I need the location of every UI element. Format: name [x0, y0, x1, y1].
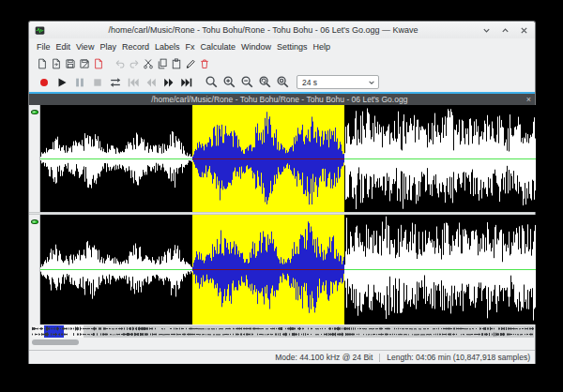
record-icon	[38, 76, 51, 89]
new-file-icon	[37, 58, 48, 69]
pause-icon	[73, 76, 86, 89]
zoom-100-button[interactable]	[274, 74, 291, 90]
status-length: Length: 04:06 min (10,847,918 samples)	[387, 353, 530, 362]
status-divider	[379, 354, 380, 362]
chevron-up-icon	[501, 26, 510, 35]
menu-record[interactable]: Record	[122, 42, 149, 52]
zoom-100-icon	[276, 75, 290, 89]
close-file-icon	[93, 58, 104, 69]
paste-clipboard-icon	[171, 58, 182, 69]
zoom-duration-value: 24 s	[302, 78, 368, 87]
cut-scissors-icon	[143, 58, 154, 69]
file-close-button[interactable]	[92, 56, 104, 70]
menu-edit[interactable]: Edit	[56, 42, 71, 52]
redo-icon	[129, 58, 140, 69]
zoom-duration-select[interactable]: 24 s	[297, 75, 379, 89]
playback-toolbar: 24 s	[29, 72, 535, 92]
rewind-button[interactable]	[143, 74, 160, 90]
paste-button[interactable]	[170, 56, 182, 70]
save-as-icon	[79, 58, 90, 69]
subwindow-title: /home/carl/Music/Rone - Tohu Bohu/Rone -…	[33, 95, 526, 104]
loop-button[interactable]	[107, 74, 124, 90]
waveform-channel-2[interactable]	[40, 215, 536, 324]
chevron-down-icon	[482, 26, 491, 35]
scrollbar-thumb[interactable]	[32, 339, 79, 345]
trash-icon	[199, 58, 210, 69]
minimize-button[interactable]	[481, 25, 492, 36]
seek-start-button[interactable]	[125, 74, 142, 90]
channel-2-controls	[29, 215, 40, 324]
zoom-all-button[interactable]	[256, 74, 273, 90]
delete-button[interactable]	[198, 56, 210, 70]
file-toolbar	[29, 54, 535, 72]
stop-button[interactable]	[89, 74, 106, 90]
window-controls	[481, 25, 529, 36]
rewind-icon	[145, 76, 158, 89]
channel-2-row	[29, 215, 535, 324]
overview-strip[interactable]	[32, 325, 534, 338]
seek-end-button[interactable]	[178, 74, 195, 90]
status-mode: Mode: 44.100 kHz @ 24 Bit	[275, 353, 373, 362]
kwave-window: /home/carl/Music/Rone - Tohu Bohu/Rone -…	[28, 21, 536, 364]
record-button[interactable]	[36, 74, 53, 90]
subwindow-titlebar[interactable]: /home/carl/Music/Rone - Tohu Bohu/Rone -…	[29, 94, 535, 105]
play-button[interactable]	[53, 74, 70, 90]
zoom-fit-icon	[258, 75, 272, 89]
stop-icon	[91, 76, 104, 89]
file-save-button[interactable]	[64, 56, 76, 70]
menu-settings[interactable]: Settings	[277, 42, 308, 52]
file-new-button[interactable]	[36, 56, 48, 70]
skip-forward-icon	[180, 76, 193, 89]
pause-button[interactable]	[71, 74, 88, 90]
play-icon	[55, 76, 68, 89]
copy-button[interactable]	[156, 56, 168, 70]
zoom-out-icon	[240, 75, 254, 89]
undo-button[interactable]	[114, 56, 126, 70]
menu-play[interactable]: Play	[99, 42, 116, 52]
zoom-in-button[interactable]	[221, 74, 237, 90]
overview-row	[29, 324, 535, 339]
horizontal-scrollbar[interactable]	[32, 339, 532, 345]
copy-icon	[157, 58, 168, 69]
zoom-selection-button[interactable]	[203, 74, 220, 90]
fast-forward-icon	[162, 76, 175, 89]
menu-fx[interactable]: Fx	[185, 42, 194, 52]
maximize-button[interactable]	[500, 25, 510, 36]
insert-pen-button[interactable]	[184, 56, 196, 70]
zoom-in-icon	[222, 75, 236, 89]
close-button[interactable]	[519, 25, 529, 36]
channel-2-enabled-led[interactable]	[31, 219, 38, 224]
zoom-out-button[interactable]	[238, 74, 255, 90]
channel-1-controls	[29, 105, 40, 212]
loop-icon	[109, 76, 122, 89]
channel-1-row	[29, 105, 535, 212]
scrollbar-row	[29, 339, 535, 346]
undo-icon	[114, 58, 126, 69]
waveform-channel-1[interactable]	[40, 105, 536, 212]
pencil-icon	[185, 58, 196, 69]
window-title: /home/carl/Music/Rone - Tohu Bohu/Rone -…	[45, 25, 481, 35]
cut-button[interactable]	[142, 56, 154, 70]
file-save-as-button[interactable]	[78, 56, 90, 70]
menu-calculate[interactable]: Calculate	[200, 42, 236, 52]
window-titlebar[interactable]: /home/carl/Music/Rone - Tohu Bohu/Rone -…	[29, 22, 535, 38]
status-bar: Mode: 44.100 kHz @ 24 Bit Length: 04:06 …	[29, 350, 535, 364]
menu-file[interactable]: File	[37, 42, 51, 52]
signal-view	[29, 105, 535, 324]
menu-labels[interactable]: Labels	[155, 42, 180, 52]
menu-window[interactable]: Window	[241, 42, 271, 52]
close-icon	[520, 26, 528, 35]
file-open-button[interactable]	[50, 56, 62, 70]
open-file-icon	[51, 58, 62, 69]
magnifier-icon	[205, 75, 219, 89]
menu-view[interactable]: View	[76, 42, 94, 52]
chevron-down-icon	[368, 79, 375, 86]
channel-1-enabled-led[interactable]	[31, 110, 38, 114]
subwindow-close-button[interactable]: ×	[526, 96, 531, 104]
kwave-app-icon	[35, 25, 45, 36]
forward-button[interactable]	[160, 74, 177, 90]
menu-help[interactable]: Help	[313, 42, 331, 52]
save-icon	[65, 58, 76, 69]
redo-button[interactable]	[128, 56, 140, 70]
menu-bar: File Edit View Play Record Labels Fx Cal…	[29, 38, 535, 54]
